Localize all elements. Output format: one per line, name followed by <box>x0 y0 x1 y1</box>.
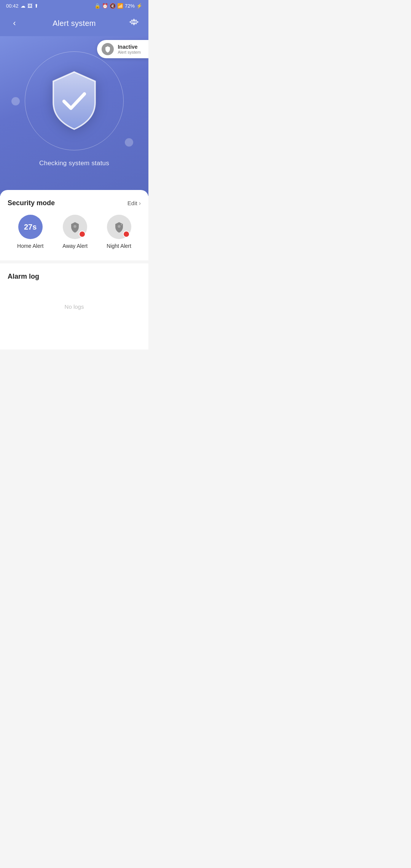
shield-svg <box>46 70 103 132</box>
upload-icon: ☁ <box>21 3 25 9</box>
back-arrow-icon: ‹ <box>13 18 16 28</box>
bottom-section: Security mode Edit › 27s Home Alert Away… <box>0 190 148 349</box>
status-left: 00:42 ☁ 🖼 ⬆ <box>6 3 38 9</box>
alert-modes: 27s Home Alert Away Alert <box>8 215 141 249</box>
away-alert-red-dot <box>79 231 86 238</box>
night-alert-icon <box>107 215 131 239</box>
svg-point-2 <box>121 224 122 225</box>
lock-icon: 🔒 <box>94 3 100 9</box>
settings-icon <box>129 18 139 28</box>
home-alert-icon: 27s <box>18 215 43 239</box>
deco-dot-left <box>11 97 20 105</box>
status-text: Checking system status <box>39 160 109 167</box>
hero-section: Inactive Alert system Checkin <box>0 36 148 196</box>
svg-point-0 <box>133 21 135 24</box>
night-alert-red-dot <box>123 231 130 238</box>
night-shield-icon <box>113 221 125 233</box>
shield-wrapper <box>44 69 105 133</box>
no-logs-text: No logs <box>8 281 141 325</box>
mute-icon: 🔇 <box>110 3 116 9</box>
away-alert-icon <box>63 215 87 239</box>
home-alert-label: Home Alert <box>17 243 43 249</box>
page-title: Alert system <box>53 19 96 28</box>
section-divider <box>0 260 148 263</box>
header: ‹ Alert system <box>0 12 148 36</box>
away-alert-label: Away Alert <box>62 243 88 249</box>
charging-icon: ⚡ <box>136 3 142 9</box>
night-alert-mode[interactable]: Night Alert <box>107 215 131 249</box>
svg-point-1 <box>74 225 77 228</box>
security-mode-header: Security mode Edit › <box>8 199 141 207</box>
status-bar: 00:42 ☁ 🖼 ⬆ 🔒 ⏰ 🔇 📶 72% ⚡ <box>0 0 148 12</box>
wifi-icon: 📶 <box>117 3 123 9</box>
deco-dot-right <box>125 138 133 147</box>
night-alert-label: Night Alert <box>107 243 131 249</box>
status-right: 🔒 ⏰ 🔇 📶 72% ⚡ <box>94 3 142 9</box>
edit-button[interactable]: Edit › <box>127 200 141 207</box>
battery-level: 72% <box>125 3 135 9</box>
alarm-log-section: Alarm log No logs <box>8 273 141 340</box>
shield-ring-container <box>25 51 124 150</box>
back-button[interactable]: ‹ <box>8 16 21 30</box>
badge-title: Inactive <box>118 44 141 50</box>
edit-label: Edit <box>127 200 137 206</box>
alarm-log-title: Alarm log <box>8 273 39 280</box>
home-alert-timer: 27s <box>24 223 37 231</box>
settings-button[interactable] <box>127 16 141 30</box>
photo-icon: 🖼 <box>27 3 32 9</box>
status-time: 00:42 <box>6 3 19 9</box>
home-alert-mode[interactable]: 27s Home Alert <box>17 215 43 249</box>
security-mode-title: Security mode <box>8 199 55 207</box>
away-shield-icon <box>69 221 81 233</box>
alarm-icon: ⏰ <box>102 3 108 9</box>
upload2-icon: ⬆ <box>34 3 38 9</box>
chevron-right-icon: › <box>139 200 141 207</box>
away-alert-mode[interactable]: Away Alert <box>62 215 88 249</box>
